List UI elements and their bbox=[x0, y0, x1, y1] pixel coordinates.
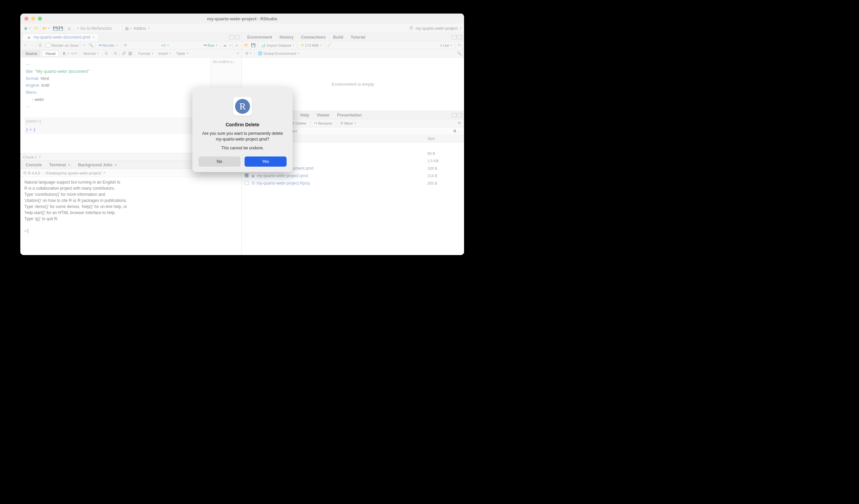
no-button[interactable]: No bbox=[198, 156, 241, 167]
dialog-title: Confirm Delete bbox=[198, 122, 287, 127]
confirm-delete-dialog: R Confirm Delete Are you sure you want t… bbox=[192, 87, 293, 172]
yes-button[interactable]: Yes bbox=[244, 156, 287, 167]
dialog-app-icon: R bbox=[233, 97, 252, 116]
dialog-warning: This cannot be undone. bbox=[198, 146, 287, 150]
r-logo-icon: R bbox=[235, 99, 250, 114]
dialog-message: Are you sure you want to permanently del… bbox=[198, 131, 287, 142]
